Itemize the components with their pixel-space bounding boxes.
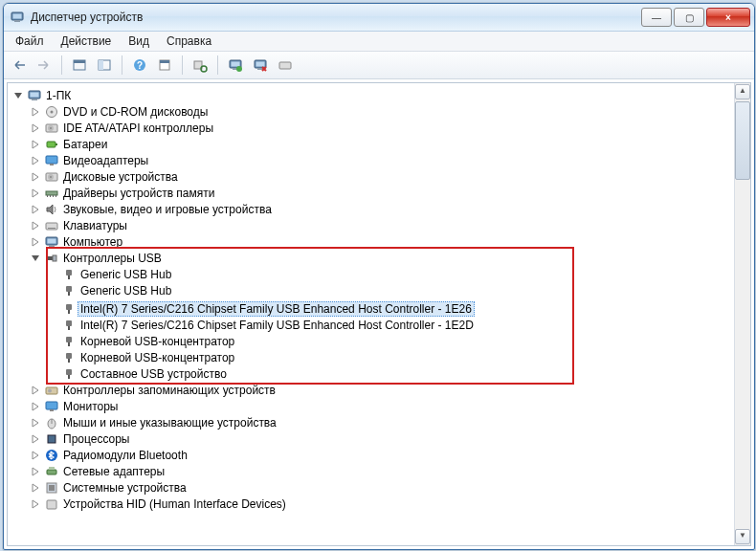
- expander-closed-icon[interactable]: [31, 237, 40, 247]
- separator-icon: [122, 55, 122, 75]
- tree-item-batteries[interactable]: Батареи: [29, 136, 734, 152]
- tree-item-hid[interactable]: Устройства HID (Human Interface Devices): [29, 496, 734, 513]
- tree-item-usb-controller-1e26[interactable]: Intel(R) 7 Series/C216 Chipset Family US…: [46, 298, 734, 318]
- menu-file[interactable]: Файл: [8, 33, 52, 50]
- expander-open-icon[interactable]: [13, 91, 23, 100]
- expander-closed-icon[interactable]: [31, 418, 40, 428]
- tree-item-sound[interactable]: Звуковые, видео и игровые устройства: [29, 201, 734, 217]
- expander-closed-icon[interactable]: [31, 221, 40, 231]
- tree-item-usb-hub-2[interactable]: Generic USB Hub: [46, 282, 734, 298]
- tree-item-mice[interactable]: Мыши и иные указывающие устройства: [29, 415, 734, 431]
- toolbar-help-button[interactable]: [128, 54, 151, 77]
- tree-item-label: Корневой USB-концентратор: [80, 335, 234, 348]
- usb-plug-icon: [61, 267, 77, 282]
- tree-item-disk[interactable]: Дисковые устройства: [29, 168, 734, 185]
- expander-closed-icon[interactable]: [31, 434, 40, 444]
- separator-icon: [61, 55, 62, 75]
- tree-item-label: Контроллеры USB: [63, 252, 162, 265]
- expander-closed-icon[interactable]: [31, 402, 40, 411]
- expander-closed-icon[interactable]: [31, 107, 40, 117]
- usb-plug-icon: [61, 283, 77, 298]
- tree-item-label: Радиомодули Bluetooth: [63, 449, 188, 462]
- minimize-button[interactable]: —: [641, 8, 672, 27]
- expander-closed-icon[interactable]: [31, 140, 40, 149]
- disc-icon: [44, 104, 59, 120]
- expander-closed-icon[interactable]: [31, 188, 40, 198]
- tree-item-cpu[interactable]: Процессоры: [29, 431, 734, 448]
- toolbar-uninstall-button[interactable]: [249, 54, 272, 77]
- tree-item-usb-hub-1[interactable]: Generic USB Hub: [46, 266, 734, 282]
- expander-closed-icon[interactable]: [31, 467, 40, 476]
- tree-item-video[interactable]: Видеоадаптеры: [29, 152, 734, 168]
- usb-icon: [44, 251, 59, 266]
- toolbar-misc-button[interactable]: [274, 54, 297, 77]
- app-icon: [10, 10, 25, 25]
- tree-item-label: Драйверы устройств памяти: [63, 187, 214, 200]
- battery-icon: [44, 137, 59, 152]
- tree-item-label: Системные устройства: [63, 481, 187, 495]
- computer-icon: [44, 234, 59, 250]
- expander-closed-icon[interactable]: [31, 156, 40, 165]
- tree-item-monitors[interactable]: Мониторы: [29, 399, 734, 415]
- titlebar[interactable]: Диспетчер устройств — ▢ ×: [4, 4, 754, 32]
- tree-item-label: Сетевые адаптеры: [63, 465, 165, 478]
- expander-closed-icon[interactable]: [31, 123, 40, 133]
- tree-item-label: Generic USB Hub: [80, 284, 171, 298]
- tree-item-network[interactable]: Сетевые адаптеры: [29, 464, 734, 480]
- toolbar-update-driver-button[interactable]: [224, 54, 247, 77]
- tree-item-storage-controllers[interactable]: Контроллеры запоминающих устройств: [29, 383, 734, 399]
- vertical-scrollbar[interactable]: ▲ ▼: [734, 83, 750, 545]
- tree-item-label: Корневой USB-концентратор: [80, 351, 234, 364]
- expander-closed-icon[interactable]: [31, 172, 40, 182]
- tree-item-label: DVD и CD-ROM дисководы: [63, 105, 208, 119]
- tree-item-label: Компьютер: [63, 235, 122, 249]
- mouse-icon: [44, 415, 59, 430]
- expander-closed-icon[interactable]: [31, 483, 40, 493]
- menu-help[interactable]: Справка: [159, 33, 219, 50]
- tree-item-label: Составное USB устройство: [80, 367, 227, 381]
- toolbar-properties-button[interactable]: [153, 54, 176, 77]
- tree-item-usb-root-hub-1[interactable]: Корневой USB-концентратор: [46, 334, 734, 350]
- tree-item-label: Intel(R) 7 Series/C216 Chipset Family US…: [80, 302, 472, 316]
- tree-item-keyboards[interactable]: Клавиатуры: [29, 217, 734, 233]
- toolbar-back-button[interactable]: [8, 54, 31, 77]
- menu-action[interactable]: Действие: [54, 33, 120, 50]
- toolbar-forward-button[interactable]: [33, 54, 56, 77]
- expander-closed-icon[interactable]: [31, 499, 40, 509]
- toolbar-show-hide-tree-button[interactable]: [68, 54, 91, 77]
- usb-plug-icon: [61, 318, 77, 333]
- window-frame: Диспетчер устройств — ▢ × Файл Действие …: [3, 3, 755, 550]
- scroll-up-button[interactable]: ▲: [735, 84, 750, 99]
- expander-closed-icon[interactable]: [31, 386, 40, 395]
- usb-plug-icon: [61, 301, 77, 317]
- tree-root[interactable]: 1-ПК DVD и CD-ROM дисководы IDE ATA/ATAP…: [11, 87, 734, 513]
- tree-item-usb-controllers[interactable]: Контроллеры USB Generic USB Hub Generic …: [29, 250, 734, 383]
- window-title: Диспетчер устройств: [31, 11, 641, 24]
- network-icon: [44, 464, 59, 479]
- system-device-icon: [44, 480, 59, 496]
- separator-icon: [182, 55, 183, 75]
- scroll-thumb[interactable]: [735, 101, 750, 180]
- close-button[interactable]: ×: [706, 8, 750, 27]
- tree-item-system[interactable]: Системные устройства: [29, 480, 734, 496]
- tree-item-usb-composite[interactable]: Составное USB устройство: [46, 366, 734, 383]
- tree-item-ide[interactable]: IDE ATA/ATAPI контроллеры: [29, 120, 734, 136]
- tree-item-memory-drivers[interactable]: Драйверы устройств памяти: [29, 185, 734, 201]
- maximize-button[interactable]: ▢: [674, 8, 704, 27]
- scroll-down-button[interactable]: ▼: [735, 529, 750, 544]
- hdd-icon: [44, 121, 59, 136]
- expander-open-icon[interactable]: [31, 253, 40, 263]
- storage-controller-icon: [44, 383, 59, 398]
- tree-item-bluetooth[interactable]: Радиомодули Bluetooth: [29, 448, 734, 464]
- expander-closed-icon[interactable]: [31, 205, 40, 214]
- tree-item-label: Звуковые, видео и игровые устройства: [63, 203, 272, 216]
- menu-view[interactable]: Вид: [121, 33, 157, 50]
- toolbar-view-button[interactable]: [93, 54, 116, 77]
- computer-icon: [27, 88, 42, 103]
- tree-item-usb-controller-1e2d[interactable]: Intel(R) 7 Series/C216 Chipset Family US…: [46, 318, 734, 334]
- tree-item-usb-root-hub-2[interactable]: Корневой USB-концентратор: [46, 350, 734, 366]
- tree-item-dvd-cdrom[interactable]: DVD и CD-ROM дисководы: [29, 103, 734, 120]
- tree-item-computer[interactable]: Компьютер: [29, 233, 734, 250]
- expander-closed-icon[interactable]: [31, 451, 40, 460]
- toolbar-scan-button[interactable]: [189, 54, 211, 77]
